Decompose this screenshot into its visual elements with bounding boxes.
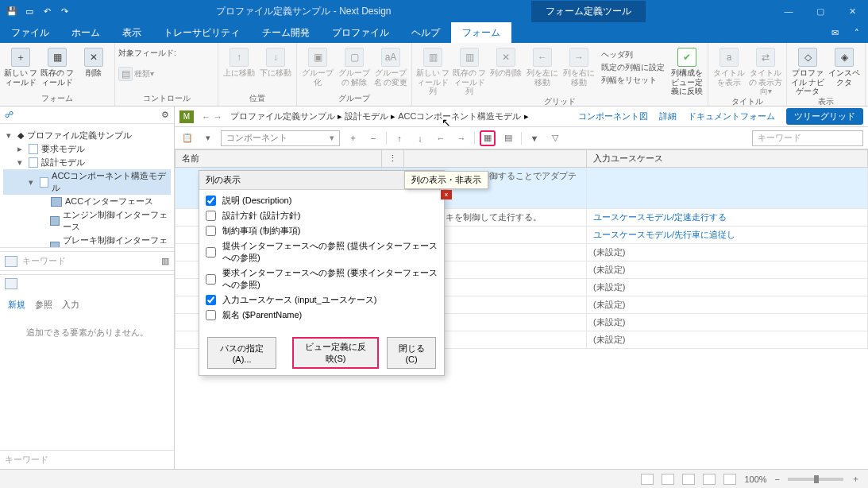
tab-form[interactable]: フォーム: [451, 22, 511, 43]
profile-nav-button[interactable]: ◇プロファイル ナビゲータ: [790, 48, 825, 96]
split-icon[interactable]: ▥: [161, 256, 169, 266]
keyword-field[interactable]: キーワード: [5, 454, 169, 466]
toggle-checkbox[interactable]: [206, 211, 216, 221]
new-col-button[interactable]: ▥新しい フィールド列: [415, 48, 450, 96]
column-toggle-row[interactable]: 親名 ($ParentName): [206, 308, 439, 323]
tab-input[interactable]: 入力: [62, 299, 79, 311]
tab-new[interactable]: 新規: [8, 299, 25, 311]
crumb-item[interactable]: 設計モデル: [345, 111, 388, 121]
close-badge[interactable]: ×: [441, 190, 452, 199]
message-icon[interactable]: ✉: [824, 22, 846, 43]
minimize-button[interactable]: —: [773, 0, 804, 22]
view-mode-icon[interactable]: [723, 474, 736, 485]
move-down-button[interactable]: ↓下に移動: [258, 48, 293, 78]
tab-help[interactable]: ヘルプ: [400, 22, 451, 43]
existing-col-button[interactable]: ▥既存の フィールド列: [452, 48, 487, 96]
chevron-up-icon[interactable]: ˄: [846, 22, 868, 43]
toggle-checkbox[interactable]: [206, 226, 216, 236]
apply-viewdef-button[interactable]: ビュー定義に反映(S): [292, 337, 379, 369]
group-button[interactable]: ▣グループ化: [300, 48, 335, 87]
new-field-button[interactable]: ＋新しい フィールド: [3, 48, 38, 87]
context-tab[interactable]: フォーム定義ツール: [531, 1, 646, 22]
col-header[interactable]: 名前: [176, 150, 382, 168]
usecase-link[interactable]: ユースケースモデル/先行車に追従し: [593, 230, 735, 239]
tab-home[interactable]: ホーム: [60, 22, 111, 43]
column-toggle-row[interactable]: 入力ユースケース (input_ユースケース): [206, 292, 439, 308]
panel-icon[interactable]: [5, 256, 17, 267]
column-toggle-row[interactable]: 説明 (Description): [206, 193, 439, 208]
chevron-down-icon[interactable]: ▾: [200, 130, 216, 146]
specify-path-button[interactable]: パスの指定(A)...: [207, 337, 276, 369]
default-width-button[interactable]: 既定の列幅に設定: [601, 62, 665, 73]
col-header[interactable]: 入力ユースケース: [587, 150, 868, 168]
model-tree[interactable]: ▾◆プロファイル定義サンプル ▸要求モデル ▾設計モデル ▾ACCコンポーネント…: [0, 124, 174, 247]
view-mode-icon[interactable]: [682, 474, 695, 485]
toggle-checkbox[interactable]: [206, 196, 216, 206]
move-up-button[interactable]: ↑上に移動: [222, 48, 257, 78]
existing-field-button[interactable]: ▦既存の フィールド: [40, 48, 75, 87]
zoom-in-icon[interactable]: ＋: [851, 473, 860, 485]
usecase-link[interactable]: ユースケースモデル/定速走行する: [593, 212, 727, 222]
col-right-button[interactable]: →列を右に移動: [561, 48, 596, 87]
column-toggle-row[interactable]: 要求インターフェースへの参照 (要求インターフェースへの参照): [206, 265, 439, 292]
tree-node[interactable]: ACCインターフェース: [3, 195, 171, 208]
header-col-button[interactable]: ヘッダ列: [601, 49, 665, 60]
clear-filter-icon[interactable]: ▽: [547, 130, 563, 146]
tab-profile[interactable]: プロファイル: [321, 22, 400, 43]
layout-icon[interactable]: ▤: [500, 130, 516, 146]
type-combobox[interactable]: コンポーネント▾: [221, 130, 340, 146]
column-toggle-row[interactable]: 設計方針 (設計方針): [206, 208, 439, 223]
toggle-checkbox[interactable]: [206, 295, 216, 305]
toggle-checkbox[interactable]: [206, 247, 216, 258]
tree-node-selected[interactable]: ▾ACCコンポーネント構造モデル: [3, 169, 171, 195]
tab-team[interactable]: チーム開発: [251, 22, 321, 43]
apply-to-viewdef-button[interactable]: ✔列構成を ビュー定義に反映: [669, 48, 704, 96]
view-mode-icon[interactable]: [703, 474, 716, 485]
new-icon[interactable]: ▭: [22, 4, 37, 18]
tab-view[interactable]: 表示: [111, 22, 152, 43]
link-icon[interactable]: ☍: [5, 110, 14, 120]
search-input[interactable]: キーワード: [752, 130, 863, 146]
ungroup-button[interactable]: ▢グループの 解除: [337, 48, 372, 87]
col-header[interactable]: [404, 150, 587, 168]
crumb-item[interactable]: ACCコンポーネント構造モデル: [398, 111, 521, 121]
tab-file[interactable]: ファイル: [0, 22, 60, 43]
zoom-out-icon[interactable]: −: [775, 474, 780, 484]
up-icon[interactable]: ↑: [392, 130, 407, 146]
maximize-button[interactable]: ▢: [804, 0, 836, 22]
reset-width-button[interactable]: 列幅をリセット: [601, 75, 665, 86]
show-title-button[interactable]: aタイトル を表示: [712, 48, 746, 87]
keyword-field[interactable]: キーワード: [22, 255, 156, 267]
close-popup-button[interactable]: 閉じる(C): [387, 337, 436, 369]
redo-icon[interactable]: ↷: [57, 4, 71, 18]
fwd-icon[interactable]: →: [453, 130, 469, 146]
view-mode-icon[interactable]: [641, 474, 654, 485]
toggle-checkbox[interactable]: [206, 310, 216, 320]
down-icon[interactable]: ↓: [412, 130, 428, 146]
save-icon[interactable]: 💾: [5, 4, 19, 18]
view-link[interactable]: 詳細: [659, 110, 677, 122]
tree-node[interactable]: ▸要求モデル: [3, 142, 171, 156]
delete-button[interactable]: ✕削除: [76, 48, 111, 78]
filter-icon[interactable]: ▼: [527, 130, 542, 146]
title-dir-button[interactable]: ⇄タイトルの 表示方向▾: [748, 48, 783, 96]
add-icon[interactable]: ＋: [345, 130, 361, 146]
tree-node[interactable]: ▾設計モデル: [3, 156, 171, 169]
view-pill[interactable]: ツリーグリッド: [786, 108, 863, 125]
column-toggle-row[interactable]: 制約事項 (制約事項): [206, 223, 439, 238]
col-left-button[interactable]: ←列を左に移動: [525, 48, 560, 87]
fwd-icon[interactable]: →: [214, 112, 222, 122]
view-link[interactable]: ドキュメントフォーム: [688, 110, 775, 122]
zoom-slider[interactable]: [788, 478, 843, 481]
remove-icon[interactable]: −: [365, 130, 381, 146]
view-mode-icon[interactable]: [662, 474, 674, 485]
inspector-button[interactable]: ◈インスペクタ: [827, 48, 862, 87]
gear-icon[interactable]: ⚙: [161, 110, 169, 120]
clipboard-icon[interactable]: 📋: [179, 130, 195, 146]
type-dropdown[interactable]: ▤種類▾: [118, 67, 154, 81]
back-icon[interactable]: ←: [202, 112, 210, 122]
back-icon[interactable]: ←: [433, 130, 449, 146]
col-options-button[interactable]: ⋮: [382, 150, 404, 168]
tree-node[interactable]: ブレーキ制御インターフェース: [3, 234, 171, 247]
columns-toggle-button[interactable]: ▦: [480, 130, 496, 146]
